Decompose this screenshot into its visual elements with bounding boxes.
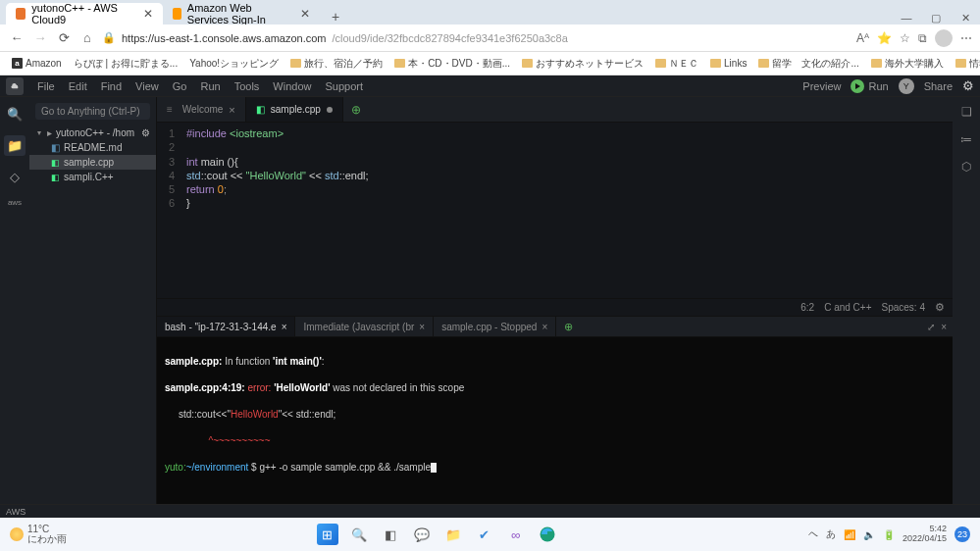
- tree-file-sample-cpp[interactable]: ◧ sample.cpp: [29, 155, 156, 170]
- refresh-button[interactable]: ⟳: [55, 30, 73, 45]
- goto-anything-input[interactable]: Go to Anything (Ctrl-P): [35, 103, 150, 120]
- browser-tab-1[interactable]: yutonoC++ - AWS Cloud9 ✕: [6, 3, 163, 25]
- cloud9-logo-icon[interactable]: [6, 77, 24, 95]
- collections-button[interactable]: ⧉: [918, 31, 927, 45]
- menu-find[interactable]: Find: [95, 80, 128, 92]
- bookmark-item[interactable]: 留学 文化の紹介...: [754, 57, 862, 71]
- tray-chevron-icon[interactable]: ヘ: [808, 527, 818, 541]
- volume-icon[interactable]: 🔈: [863, 529, 875, 540]
- battery-icon[interactable]: 🔋: [883, 529, 895, 540]
- share-button[interactable]: Share: [924, 80, 953, 92]
- gear-icon[interactable]: ⚙: [141, 127, 150, 138]
- task-view-button[interactable]: ◧: [380, 524, 401, 545]
- editor-tab-sample[interactable]: ◧ sample.cpp: [246, 97, 343, 122]
- close-icon[interactable]: ×: [419, 322, 425, 332]
- favorites-button[interactable]: ☆: [900, 31, 910, 45]
- ime-indicator[interactable]: あ: [826, 527, 836, 541]
- file-explorer-button[interactable]: 📁: [442, 524, 464, 545]
- cloud9-ide: File Edit Find View Go Run Tools Window …: [0, 75, 980, 518]
- outline-icon[interactable]: ≔: [960, 132, 972, 146]
- menu-tools[interactable]: Tools: [229, 80, 266, 92]
- maximize-button[interactable]: ▢: [921, 12, 951, 25]
- menu-window[interactable]: Window: [267, 80, 317, 92]
- menu-support[interactable]: Support: [319, 80, 369, 92]
- terminal-output[interactable]: sample.cpp: In function 'int main()': sa…: [157, 337, 953, 504]
- todo-app-button[interactable]: ✔: [474, 524, 495, 545]
- language-mode[interactable]: C and C++: [824, 302, 871, 313]
- taskbar-apps: ⊞ 🔍 ◧ 💬 📁 ✔ ∞: [67, 524, 808, 545]
- aws-footer-label[interactable]: AWS: [6, 507, 26, 517]
- close-icon[interactable]: ✕: [143, 7, 153, 21]
- start-button[interactable]: ⊞: [317, 524, 338, 545]
- home-button[interactable]: ⌂: [78, 30, 96, 45]
- tree-file-sampli-cpp[interactable]: ◧ sampli.C++: [29, 170, 156, 184]
- menu-run[interactable]: Run: [194, 80, 226, 92]
- close-icon[interactable]: ×: [282, 322, 287, 332]
- tree-root[interactable]: ▾▸ yutonoC++ - /hom ⚙: [29, 125, 156, 140]
- url-input[interactable]: 🔒 https://us-east-1.console.aws.amazon.c…: [102, 31, 851, 44]
- code-content[interactable]: #include <iostream> int main (){ std::co…: [181, 123, 953, 298]
- tree-file-readme[interactable]: ◧ README.md: [29, 140, 156, 155]
- gear-icon[interactable]: ⚙: [935, 301, 945, 314]
- chat-button[interactable]: 💬: [411, 524, 433, 545]
- bookmark-item[interactable]: aAmazon: [8, 58, 66, 69]
- editor-tab-welcome[interactable]: ≡ Welcome ×: [157, 97, 246, 122]
- favorites-add-button[interactable]: ⭐: [877, 31, 892, 45]
- back-button[interactable]: ←: [8, 30, 26, 45]
- menu-file[interactable]: File: [31, 80, 61, 92]
- bookmark-item[interactable]: Links: [706, 58, 750, 69]
- bookmark-item[interactable]: らびぽ | お得に貯まる...: [70, 57, 182, 71]
- debugger-icon[interactable]: ⬡: [961, 160, 971, 174]
- bookmark-item[interactable]: Yahoo!ショッピング: [185, 57, 283, 71]
- close-icon[interactable]: ✕: [300, 7, 310, 21]
- folder-icon: [758, 59, 769, 68]
- bookmark-item[interactable]: 本・CD・DVD・動画...: [390, 57, 514, 71]
- profile-avatar[interactable]: [935, 29, 953, 47]
- more-button[interactable]: ⋯: [960, 31, 972, 45]
- terminal-tab-stopped[interactable]: sample.cpp - Stopped ×: [434, 317, 556, 336]
- search-button[interactable]: 🔍: [348, 524, 370, 545]
- run-button[interactable]: Run: [851, 79, 888, 93]
- wifi-icon[interactable]: 📶: [844, 529, 855, 540]
- close-icon[interactable]: ×: [229, 104, 234, 116]
- settings-icon[interactable]: ⚙: [962, 78, 974, 93]
- terminal-tab-bash[interactable]: bash - "ip-172-31-3-144.e ×: [157, 317, 295, 336]
- close-panel-icon[interactable]: ×: [941, 322, 947, 332]
- cursor-pos[interactable]: 6:2: [800, 302, 814, 313]
- minimize-button[interactable]: —: [892, 12, 921, 25]
- preview-button[interactable]: Preview: [802, 80, 841, 92]
- spaces-setting[interactable]: Spaces: 4: [882, 302, 925, 313]
- search-icon[interactable]: 🔍: [7, 107, 23, 122]
- aws-icon[interactable]: aws: [8, 198, 22, 207]
- new-tab-button[interactable]: +: [326, 9, 345, 25]
- bookmark-item[interactable]: 旅行、宿泊／予約: [286, 57, 387, 71]
- vs-app-button[interactable]: ∞: [505, 524, 527, 545]
- menu-edit[interactable]: Edit: [63, 80, 93, 92]
- edge-button[interactable]: [537, 524, 558, 545]
- close-icon[interactable]: ×: [542, 322, 547, 332]
- bookmark-item[interactable]: 海外大学購入: [867, 57, 948, 71]
- source-icon[interactable]: ◇: [10, 170, 20, 184]
- url-host: https://us-east-1.console.aws.amazon.com: [122, 32, 326, 44]
- menu-view[interactable]: View: [129, 80, 165, 92]
- notifications-badge[interactable]: 23: [954, 526, 970, 542]
- taskbar-clock[interactable]: 5:42 2022/04/15: [903, 525, 947, 544]
- bookmark-item[interactable]: ＮＥＣ: [651, 57, 702, 71]
- user-avatar[interactable]: Y: [899, 78, 914, 94]
- browser-tab-2[interactable]: Amazon Web Services Sign-In ✕: [163, 3, 320, 25]
- maximize-panel-icon[interactable]: ⤢: [927, 322, 935, 332]
- reading-view-button[interactable]: Aᴬ: [856, 31, 869, 45]
- code-editor[interactable]: 123456 #include <iostream> int main (){ …: [157, 123, 953, 298]
- add-tab-button[interactable]: ⊕: [343, 97, 369, 122]
- bookmark-item[interactable]: おすすめネットサービス: [518, 57, 647, 71]
- windows-taskbar: 11°C にわか雨 ⊞ 🔍 ◧ 💬 📁 ✔ ∞ ヘ あ 📶 🔈 🔋 5:42 2…: [0, 518, 980, 551]
- window-close-button[interactable]: ✕: [951, 12, 980, 25]
- collapse-panel-icon[interactable]: ❏: [961, 105, 972, 119]
- terminal-tab-immediate[interactable]: Immediate (Javascript (br ×: [295, 317, 434, 336]
- forward-button[interactable]: →: [31, 30, 49, 45]
- menu-go[interactable]: Go: [167, 80, 193, 92]
- files-icon[interactable]: 📁: [4, 135, 26, 156]
- taskbar-weather[interactable]: 11°C にわか雨: [10, 525, 67, 544]
- bookmark-item[interactable]: 情報処理: [952, 57, 980, 71]
- add-terminal-button[interactable]: ⊕: [556, 317, 581, 336]
